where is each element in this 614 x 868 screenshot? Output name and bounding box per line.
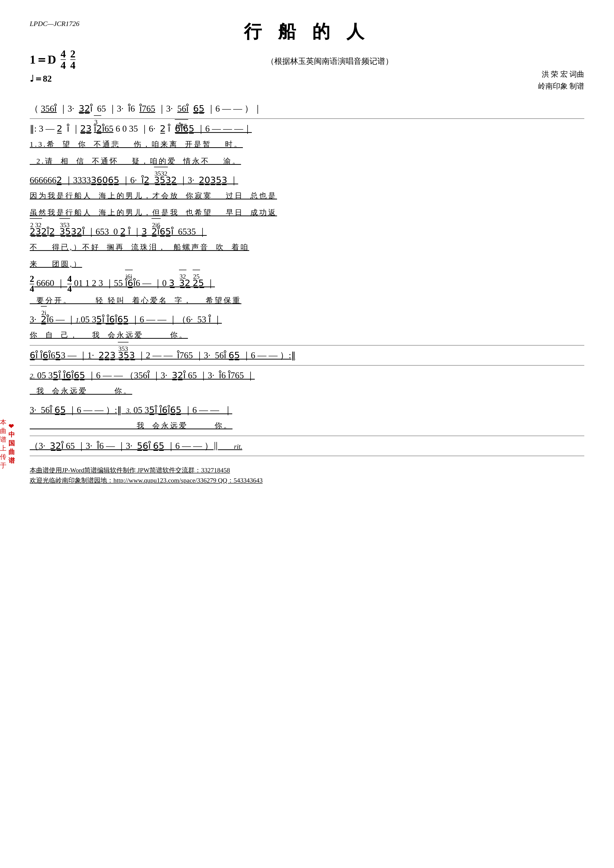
score-row-6: 6̲i̊ i̊6̲i̊65̲3 — ｜1· 2̲2̲3̲ 3533̲5̲3̲ ｜… (30, 346, 584, 364)
score-row-3: 2 322̲3̲2̲i̊2̲ 3533̲5̲3̲2̲i̊ ｜653 0 2̲ i… (30, 223, 584, 240)
tempo: ♩＝82 (30, 73, 76, 85)
score-section-2: 6666662̲ ｜33333̲6̲0̲6̲5̲ ｜6· i̊2̲ 35323̲… (30, 171, 584, 219)
lyric-row-1b: 2.请 相 信 不通怀 疑，咱的爱 情永不 渝。 (30, 154, 584, 168)
composer-line2: 岭南印象 制谱 (538, 80, 584, 92)
score-section-9: （3· 3̲2̲i̊ 65 ｜3· i̊6 — ｜3· 5̲6̲i̊ 6̲5̲ … (30, 437, 584, 455)
rule-2 (30, 345, 584, 346)
score-section-8: 3· 56i̊ 6̲5̲ ｜6 — — ）:‖ 3. 05 35̲i̊ i̲̊6… (30, 401, 584, 432)
time-bottom: 4 (61, 59, 66, 71)
footer-text-2: 欢迎光临岭南印象制谱园地：http://www.qupu123.com/spac… (30, 476, 263, 485)
meta-right: 洪 荣 宏 词曲 岭南印象 制谱 (538, 68, 584, 92)
lyric-row-3a: 不 得已,）不好 搁再 流珠泪， 船螺声音 吹 着咱 (30, 240, 584, 254)
score-section-4: 2 4 6660 ｜ 4 4 01 1 2 3 ｜55 i6ii̊6̲i̊6 —… (30, 274, 584, 307)
lyric-row-3b: 来 团圆,） (30, 257, 584, 271)
score-section-intro: （ 356i̊ ｜3· 3̲2̲i̊ 65 ｜3· i̊6 i̊765 ｜3· … (30, 100, 584, 118)
footer: 本曲谱使用JP-Word简谱编辑软件制作 JPW简谱软件交流群：33271845… (30, 466, 584, 485)
page-title: 行 船 的 人 (30, 20, 584, 43)
lyric-row-1a: 1.3.希 望 你 不通悲 伤，咱来离 开是暂 时。 (30, 138, 584, 151)
score-row-1: ‖: 3 — 2̲ i̊ ｜2̲3̲ 3 i̊2̲i̊65 6 0 35 ｜6·… (30, 120, 584, 138)
score-row-9: （3· 3̲2̲i̊ 65 ｜3· i̊6 — ｜3· 5̲6̲i̊ 6̲5̲ … (30, 437, 584, 455)
score-row-8: 3· 56i̊ 6̲5̲ ｜6 — — ）:‖ 3. 05 35̲i̊ i̲̊6… (30, 401, 584, 419)
watermark: 本曲谱上传于 ❤中国曲谱 (0, 418, 15, 470)
score-section-6: 6̲i̊ i̊6̲i̊65̲3 — ｜1· 2̲2̲3̲ 3533̲5̲3̲ ｜… (30, 346, 584, 364)
score-row-4: 2 4 6660 ｜ 4 4 01 1 2 3 ｜55 i6ii̊6̲i̊6 —… (30, 274, 584, 294)
page-id: LPDC—JCR1726 (30, 20, 79, 28)
time-sig-primary: 4 4 (61, 48, 66, 71)
score-section-7: 2. 05 35̲i̊ i̲̊6̲i̊6̲5̲ ｜6 — — （356i̊ ｜3… (30, 366, 584, 398)
watermark-brand: ❤中国曲谱 (8, 423, 15, 465)
watermark-text: 本曲谱上传于 (0, 418, 6, 470)
footer-line-1: 本曲谱使用JP-Word简谱编辑软件制作 JPW简谱软件交流群：33271845… (30, 466, 584, 474)
lyric-row-2b: 虽然我是行船人 海上的男儿，但是我 也希望 早日 成功返 (30, 206, 584, 219)
rule-3 (30, 365, 584, 366)
time2-top: 2 (70, 48, 76, 59)
main-content: （ 356i̊ ｜3· 3̲2̲i̊ 65 ｜3· i̊6 i̊765 ｜3· … (30, 100, 584, 485)
lyric-row-4: 要分开。 轻 轻叫 着心爱名 字， 希望保重 (30, 294, 584, 307)
score-row-5: 3· 2i2̲i̊6 — ｜1.05 35̲i̊ i̲̊6̲i̊6̲5̲ ｜6 … (30, 310, 584, 329)
lyric-row-7: 我 会永远爱 你。 (30, 384, 584, 398)
lyric-row-2a: 因为我是行船人 海上的男儿，才会放 你寂寞 过日 总也是 (30, 189, 584, 202)
lyric-row-5: 你 自 己， 我 会永远爱 你。 (30, 329, 584, 342)
footer-line-2: 欢迎光临岭南印象制谱园地：http://www.qupu123.com/spac… (30, 476, 584, 485)
score-row-7: 2. 05 35̲i̊ i̲̊6̲i̊6̲5̲ ｜6 — — （356i̊ ｜3… (30, 366, 584, 384)
time-top: 4 (61, 48, 66, 59)
key-label: 1＝D (30, 52, 56, 68)
composer-line1: 洪 荣 宏 词曲 (538, 68, 584, 80)
score-row-intro: （ 356i̊ ｜3· 3̲2̲i̊ 65 ｜3· i̊6 i̊765 ｜3· … (30, 100, 584, 118)
time2-bottom: 4 (70, 59, 76, 71)
page: LPDC—JCR1726 行 船 的 人 1＝D 4 4 2 4 (30, 20, 584, 485)
score-section-3: 2 322̲3̲2̲i̊2̲ 3533̲5̲3̲2̲i̊ ｜653 0 2̲ i… (30, 223, 584, 271)
score-section-5: 3· 2i2̲i̊6 — ｜1.05 35̲i̊ i̲̊6̲i̊6̲5̲ ｜6 … (30, 310, 584, 342)
top-area: 1＝D 4 4 2 4 ♩＝82 （根据林玉英闽南语演唱音频记谱） 洪 荣 宏 (30, 48, 584, 85)
source-note: （根据林玉英闽南语演唱音频记谱） (76, 56, 584, 67)
time-sig-secondary: 2 4 (70, 48, 76, 71)
score-row-2: 6666662̲ ｜33333̲6̲0̲6̲5̲ ｜6· i̊2̲ 35323̲… (30, 171, 584, 189)
footer-text-1: 本曲谱使用JP-Word简谱编辑软件制作 JPW简谱软件交流群：33271845… (30, 466, 230, 474)
lyric-row-8: 我 会永远爱 你。 (30, 419, 584, 432)
score-section-1: ‖: 3 — 2̲ i̊ ｜2̲3̲ 3 i̊2̲i̊65 6 0 35 ｜6·… (30, 120, 584, 168)
